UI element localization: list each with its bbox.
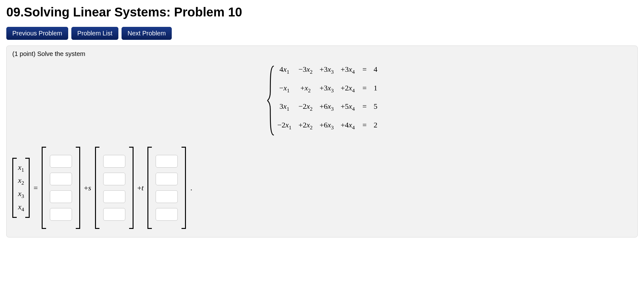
next-problem-button[interactable]: Next Problem bbox=[122, 27, 172, 40]
eq-term: +3x4 bbox=[341, 65, 355, 75]
eq-term: +6x3 bbox=[319, 102, 334, 112]
eq-term: +x2 bbox=[298, 84, 313, 94]
answer-input-s1[interactable] bbox=[103, 155, 125, 168]
nav-buttons: Previous Problem Problem List Next Probl… bbox=[6, 27, 638, 40]
particular-vector bbox=[42, 147, 80, 229]
left-brace-icon bbox=[267, 65, 276, 136]
answer-row: x1 x2 x3 x4 = +s bbox=[12, 147, 632, 229]
eq-term: −2x1 bbox=[277, 121, 292, 131]
prompt-text: (1 point) Solve the system bbox=[12, 50, 632, 58]
previous-problem-button[interactable]: Previous Problem bbox=[6, 27, 68, 40]
answer-input-s2[interactable] bbox=[103, 173, 125, 185]
answer-input-p3[interactable] bbox=[50, 190, 72, 203]
t-vector bbox=[147, 147, 186, 229]
eq-term: +2x4 bbox=[341, 84, 355, 94]
eq-rhs: 5 bbox=[373, 102, 377, 111]
eq-term: −x1 bbox=[277, 84, 292, 94]
var-label: x4 bbox=[18, 202, 24, 213]
answer-input-t4[interactable] bbox=[156, 208, 178, 221]
answer-input-p1[interactable] bbox=[50, 155, 72, 168]
equals-sign: = bbox=[33, 184, 39, 192]
eq-term: +6x3 bbox=[319, 121, 334, 131]
problem-list-button[interactable]: Problem List bbox=[71, 27, 118, 40]
page-title: 09.Solving Linear Systems: Problem 10 bbox=[6, 5, 638, 19]
var-label: x3 bbox=[18, 189, 24, 200]
answer-input-t1[interactable] bbox=[156, 155, 178, 168]
eq-equals: = bbox=[362, 65, 367, 74]
problem-panel: (1 point) Solve the system 4x1 −3x2 +3x3… bbox=[6, 46, 638, 237]
eq-equals: = bbox=[362, 121, 367, 129]
eq-term: 3x1 bbox=[277, 102, 292, 112]
s-vector bbox=[95, 147, 134, 229]
eq-term: +4x4 bbox=[341, 121, 355, 131]
plus-t-operator: +t bbox=[137, 184, 144, 192]
eq-equals: = bbox=[362, 84, 367, 92]
eq-rhs: 2 bbox=[373, 121, 377, 129]
system-of-equations: 4x1 −3x2 +3x3 +3x4 = 4 −x1 +x2 +3x3 +2x4… bbox=[12, 65, 632, 136]
eq-term: +3x3 bbox=[319, 65, 334, 75]
answer-input-p2[interactable] bbox=[50, 173, 72, 185]
period: . bbox=[189, 184, 192, 192]
eq-term: −2x2 bbox=[298, 102, 313, 112]
eq-rhs: 1 bbox=[373, 84, 377, 92]
eq-term: 4x1 bbox=[277, 65, 292, 75]
eq-term: +3x3 bbox=[319, 84, 334, 94]
eq-rhs: 4 bbox=[373, 65, 377, 74]
eq-term: +2x2 bbox=[298, 121, 313, 131]
var-label: x1 bbox=[18, 163, 24, 174]
eq-term: −3x2 bbox=[298, 65, 313, 75]
answer-input-s4[interactable] bbox=[103, 208, 125, 221]
var-label: x2 bbox=[18, 176, 24, 187]
plus-s-operator: +s bbox=[83, 184, 92, 192]
answer-input-p4[interactable] bbox=[50, 208, 72, 221]
answer-input-t3[interactable] bbox=[156, 190, 178, 203]
lhs-vector: x1 x2 x3 x4 bbox=[12, 158, 30, 218]
answer-input-s3[interactable] bbox=[103, 190, 125, 203]
answer-input-t2[interactable] bbox=[156, 173, 178, 185]
eq-term: +5x4 bbox=[341, 102, 355, 112]
eq-equals: = bbox=[362, 102, 367, 111]
